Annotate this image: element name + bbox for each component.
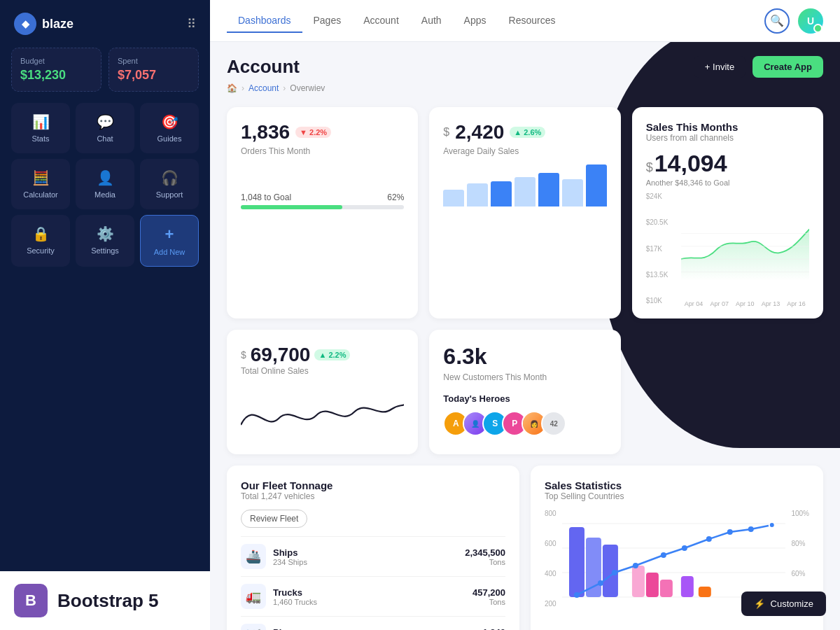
bar-3	[491, 181, 512, 206]
stats-icon: 📊	[32, 113, 50, 130]
sidebar-item-chat[interactable]: 💬 Chat	[76, 103, 134, 153]
svg-point-20	[661, 552, 666, 558]
fleet-card: Our Fleet Tonnage Total 1,247 vehicles R…	[227, 465, 519, 630]
bar-6	[562, 179, 583, 206]
sales-month-value: 14,094	[654, 150, 727, 177]
bar-5	[538, 173, 559, 206]
sales-month-goal: Another $48,346 to Goal	[646, 178, 809, 187]
svg-rect-12	[646, 573, 659, 597]
customize-label: Customize	[771, 598, 813, 609]
svg-point-23	[727, 529, 732, 535]
orders-label: Orders This Month	[241, 146, 404, 156]
daily-sales-chart	[443, 164, 606, 206]
daily-sales-label: Average Daily Sales	[443, 146, 606, 156]
daily-sales-value: 2,420	[455, 121, 504, 144]
trucks-sub: 1,460 Trucks	[273, 598, 465, 606]
svg-rect-13	[660, 580, 673, 597]
invite-button[interactable]: + Invite	[694, 56, 746, 78]
breadcrumb-home[interactable]: 🏠	[227, 83, 237, 93]
sidebar-header: ◆ blaze ⠿	[0, 0, 210, 48]
bar-7	[586, 164, 607, 206]
menu-icon[interactable]: ⠿	[187, 16, 196, 31]
search-button[interactable]: 🔍	[764, 8, 790, 34]
planes-amount: 1,240	[482, 627, 505, 631]
customers-value: 6.3k	[443, 344, 486, 370]
sidebar-item-settings[interactable]: ⚙️ Settings	[76, 215, 134, 267]
svg-point-24	[748, 526, 753, 532]
page-content: Account + Invite Create App 🏠 › Account …	[210, 42, 840, 630]
fleet-sub: Total 1,247 vehicles	[241, 491, 505, 501]
sidebar-item-stats[interactable]: 📊 Stats	[11, 103, 70, 153]
nav-link-pages[interactable]: Pages	[302, 9, 353, 33]
sidebar-item-add-new[interactable]: + Add New	[140, 215, 199, 267]
sales-month-sub: Users from all channels	[646, 133, 809, 143]
online-sales-badge: ▲ 2.2%	[314, 349, 350, 360]
spent-value: $7,057	[118, 68, 190, 83]
nav-link-dashboards[interactable]: Dashboards	[227, 9, 302, 33]
ships-name: Ships	[273, 547, 458, 558]
breadcrumb-account[interactable]: Account	[248, 83, 279, 93]
sidebar-logo: ◆ blaze	[14, 13, 74, 35]
sales-stats-title: Sales Statistics	[545, 479, 809, 491]
budget-cards: Budget $13,230 Spent $7,057	[0, 48, 210, 103]
customers-card: 6.3k New Customers This Month Today's He…	[429, 330, 620, 454]
planes-icon: ✈️	[241, 624, 266, 630]
svg-point-18	[612, 570, 617, 575]
calculator-label: Calculator	[23, 190, 58, 199]
customize-icon: ⚡	[754, 598, 765, 609]
orders-badge: ▼ 2.2%	[295, 127, 331, 138]
fleet-planes: ✈️ Planes 8 Aircrafts 1,240 Tons	[241, 616, 505, 630]
trucks-name: Trucks	[273, 587, 465, 598]
top-nav-links: Dashboards Pages Account Auth Apps Resou…	[227, 9, 566, 33]
sidebar-item-security[interactable]: 🔒 Security	[11, 215, 70, 267]
progress-bar-fill	[241, 205, 342, 209]
orders-value: 1,836	[241, 121, 290, 144]
orders-card: 1,836 ▼ 2.2% Orders This Month 1,048 to …	[227, 107, 418, 318]
bar-1	[443, 190, 464, 206]
bootstrap-icon: B	[14, 584, 48, 617]
sidebar-item-support[interactable]: 🎧 Support	[140, 159, 199, 209]
budget-card: Budget $13,230	[11, 48, 102, 92]
stats-label: Stats	[31, 134, 49, 143]
media-label: Media	[94, 190, 115, 199]
sidebar-item-media[interactable]: 👤 Media	[76, 159, 134, 209]
progress-bar-bg	[241, 205, 404, 209]
sales-month-title: Sales This Months	[646, 121, 809, 133]
logo-text: blaze	[42, 17, 74, 31]
bar-4	[514, 177, 536, 206]
svg-rect-11	[632, 566, 645, 597]
bootstrap-text: Bootstrap 5	[57, 590, 158, 612]
budget-value: $13,230	[20, 68, 92, 83]
nav-link-account[interactable]: Account	[352, 9, 410, 33]
budget-label: Budget	[20, 57, 92, 65]
bar-2	[467, 183, 488, 206]
third-row: Our Fleet Tonnage Total 1,247 vehicles R…	[227, 465, 823, 630]
daily-sales-badge: ▲ 2.6%	[510, 127, 545, 138]
nav-link-auth[interactable]: Auth	[410, 9, 453, 33]
breadcrumb: 🏠 › Account › Overwiev	[227, 83, 823, 93]
spacer	[632, 330, 823, 454]
fleet-title: Our Fleet Tonnage	[241, 479, 505, 491]
support-icon: 🎧	[161, 169, 178, 186]
bootstrap-badge: B Bootstrap 5	[0, 571, 210, 630]
nav-grid: 📊 Stats 💬 Chat 🎯 Guides 🧮 Calculator 👤 M…	[0, 103, 210, 272]
heroes-title: Today's Heroes	[443, 393, 606, 404]
online-sales-label: Total Online Sales	[241, 366, 404, 376]
nav-link-apps[interactable]: Apps	[453, 9, 498, 33]
guides-icon: 🎯	[161, 113, 178, 130]
fleet-trucks: 🚛 Trucks 1,460 Trucks 457,200 Tons	[241, 576, 505, 616]
chat-icon: 💬	[97, 113, 114, 130]
review-fleet-button[interactable]: Review Fleet	[241, 510, 307, 528]
settings-label: Settings	[91, 246, 119, 255]
sidebar-item-calculator[interactable]: 🧮 Calculator	[11, 159, 70, 209]
nav-link-resources[interactable]: Resources	[498, 9, 567, 33]
page-actions: + Invite Create App	[694, 56, 823, 78]
svg-rect-8	[569, 527, 584, 597]
main-content: Dashboards Pages Account Auth Apps Resou…	[210, 0, 840, 630]
goal-label: 1,048 to Goal	[241, 192, 291, 202]
customize-button[interactable]: ⚡ Customize	[741, 592, 826, 616]
chat-label: Chat	[97, 134, 113, 143]
sidebar-item-guides[interactable]: 🎯 Guides	[140, 103, 199, 153]
user-avatar[interactable]: U	[798, 8, 823, 34]
create-app-button[interactable]: Create App	[752, 56, 823, 78]
